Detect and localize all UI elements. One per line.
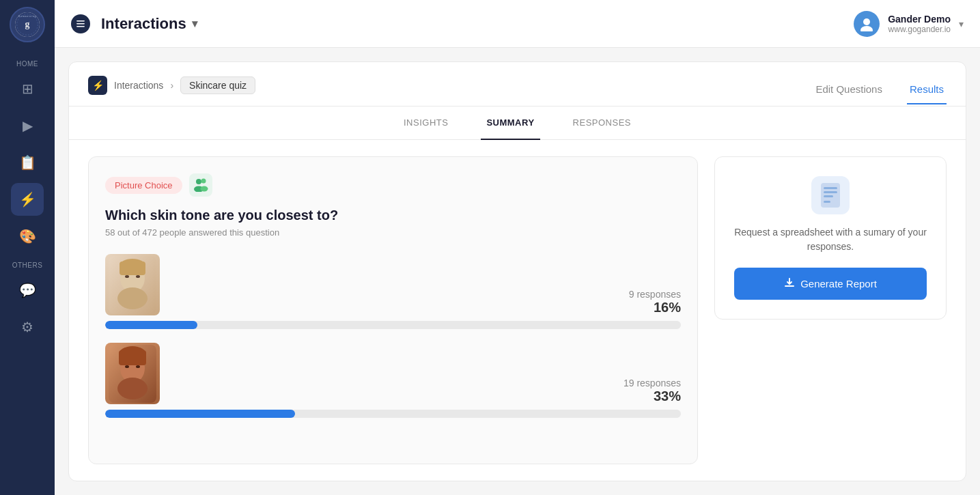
report-icon	[811, 176, 850, 214]
video-icon: ▶	[23, 117, 33, 134]
breadcrumb-separator: ›	[170, 80, 173, 91]
logo-letter: g Humanizing	[15, 12, 40, 37]
list-item: 9 responses 16%	[105, 254, 681, 329]
sub-tab-summary[interactable]: SUMMARY	[481, 107, 540, 140]
response-image-row-1: 9 responses 16%	[105, 254, 681, 315]
bolt-icon: ⚡	[19, 191, 36, 208]
svg-point-7	[863, 18, 870, 25]
sidebar-item-settings[interactable]: ⚙	[11, 311, 44, 343]
palette-icon: 🎨	[19, 228, 36, 244]
sub-tab-insights[interactable]: INSIGHTS	[398, 107, 453, 140]
user-info: Gander Demo www.gogander.io	[888, 14, 951, 34]
progress-bar-bg-1	[105, 321, 681, 329]
people-icon	[189, 173, 212, 197]
download-icon	[784, 277, 795, 290]
svg-rect-29	[824, 191, 837, 193]
svg-rect-4	[76, 20, 85, 22]
others-section-label: OTHERS	[12, 261, 43, 269]
header-row: ⚡ Interactions › Skincare quiz Edit Ques…	[88, 76, 947, 106]
topbar: Interactions ▾ Gander Demo www.gogander.…	[55, 0, 980, 48]
progress-bar-fill-2	[105, 410, 295, 418]
sidebar-item-video[interactable]: ▶	[11, 109, 44, 142]
breadcrumb: ⚡ Interactions › Skincare quiz	[88, 76, 255, 95]
response-image-2	[105, 343, 160, 404]
tab-edit-questions[interactable]: Edit Questions	[813, 78, 885, 104]
sub-tab-responses[interactable]: RESPONSES	[568, 107, 636, 140]
response-image-row-2: 19 responses 33%	[105, 343, 681, 404]
collapse-sidebar-button[interactable]	[71, 14, 90, 33]
list-item: 19 responses 33%	[105, 343, 681, 418]
svg-point-19	[136, 275, 140, 278]
content-card: ⚡ Interactions › Skincare quiz Edit Ques…	[68, 61, 966, 481]
svg-rect-5	[76, 23, 85, 25]
generate-report-button[interactable]: Generate Report	[734, 268, 927, 300]
side-panel: Request a spreadsheet with a sumary of y…	[714, 156, 947, 464]
card-header: ⚡ Interactions › Skincare quiz Edit Ques…	[69, 62, 966, 107]
svg-rect-24	[119, 350, 146, 365]
svg-rect-17	[120, 261, 145, 275]
svg-rect-31	[824, 201, 830, 203]
sidebar-item-home[interactable]: ⊞	[11, 72, 44, 105]
title-dropdown-icon[interactable]: ▾	[192, 17, 197, 30]
svg-point-22	[117, 378, 148, 399]
page-title: Interactions ▾	[101, 15, 197, 33]
main-container: Interactions ▾ Gander Demo www.gogander.…	[55, 0, 980, 495]
tab-results[interactable]: Results	[907, 78, 947, 104]
question-panel: Picture Choice Which skin tone are you c…	[88, 156, 698, 464]
svg-point-10	[201, 179, 206, 184]
svg-point-9	[196, 179, 201, 184]
header-tabs: Edit Questions Results	[813, 78, 947, 104]
svg-point-12	[200, 186, 208, 192]
home-icon: ⊞	[22, 81, 33, 97]
sidebar-navigation: HOME ⊞ ▶ 📋 ⚡ 🎨 OTHERS 💬 ⚙	[0, 53, 55, 488]
svg-rect-6	[76, 26, 85, 27]
svg-rect-30	[824, 195, 833, 197]
svg-text:g: g	[25, 19, 30, 29]
breadcrumb-parent-link[interactable]: Interactions	[114, 80, 163, 91]
sub-tabs: INSIGHTS SUMMARY RESPONSES	[69, 107, 966, 140]
progress-bar-fill-1	[105, 321, 197, 329]
topbar-right: Gander Demo www.gogander.io ▾	[854, 11, 964, 37]
card-body: Picture Choice Which skin tone are you c…	[69, 140, 966, 481]
user-name: Gander Demo	[888, 14, 951, 25]
user-dropdown-icon[interactable]: ▾	[959, 18, 964, 29]
sidebar-item-chat[interactable]: 💬	[11, 274, 44, 307]
sidebar-item-interactions[interactable]: ⚡	[11, 183, 44, 216]
response-count-2: 19 responses	[624, 378, 681, 388]
report-card: Request a spreadsheet with a sumary of y…	[714, 156, 947, 320]
bolt-breadcrumb-icon: ⚡	[92, 80, 104, 91]
response-stats-1: 9 responses 16%	[629, 289, 681, 315]
progress-bar-bg-2	[105, 410, 681, 418]
question-tags: Picture Choice	[105, 173, 681, 197]
chat-icon: 💬	[19, 282, 36, 298]
home-section-label: HOME	[16, 60, 38, 68]
response-stats-2: 19 responses 33%	[624, 378, 681, 404]
question-title: Which skin tone are you closest to?	[105, 208, 681, 223]
response-percent-2: 33%	[624, 388, 681, 404]
svg-point-25	[125, 365, 129, 368]
response-percent-1: 16%	[629, 300, 681, 315]
avatar	[854, 11, 880, 37]
sidebar-logo: g Humanizing	[10, 7, 45, 42]
svg-point-26	[136, 365, 140, 368]
svg-rect-28	[824, 187, 837, 189]
response-image-1	[105, 254, 160, 315]
docs-icon: 📋	[19, 154, 36, 171]
response-count-1: 9 responses	[629, 289, 681, 300]
svg-point-8	[860, 26, 873, 31]
svg-point-15	[117, 287, 148, 309]
sidebar-item-docs[interactable]: 📋	[11, 146, 44, 179]
question-meta: 58 out of 472 people answered this quest…	[105, 227, 681, 238]
svg-point-18	[125, 275, 129, 278]
content-area: ⚡ Interactions › Skincare quiz Edit Ques…	[55, 48, 980, 495]
breadcrumb-current: Skincare quiz	[180, 76, 255, 94]
sidebar-item-palette[interactable]: 🎨	[11, 220, 44, 253]
sidebar: g Humanizing HOME ⊞ ▶ 📋 ⚡ 🎨 OTHERS 💬 ⚙	[0, 0, 55, 495]
report-description: Request a spreadsheet with a sumary of y…	[734, 225, 927, 254]
gear-icon: ⚙	[21, 319, 33, 335]
user-url: www.gogander.io	[888, 25, 951, 34]
picture-choice-tag: Picture Choice	[105, 177, 182, 194]
svg-text:Humanizing: Humanizing	[18, 15, 37, 18]
breadcrumb-icon: ⚡	[88, 76, 107, 95]
